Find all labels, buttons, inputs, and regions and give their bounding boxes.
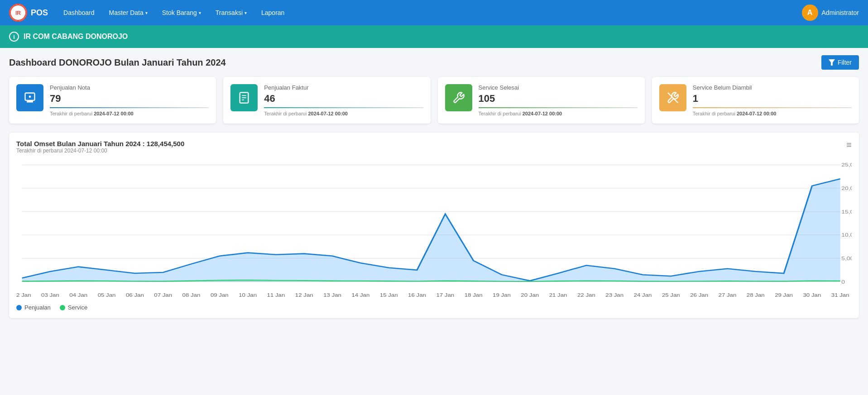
card-divider-penjualan-faktur [264, 107, 423, 108]
stat-card-penjualan-faktur: Penjualan Faktur 46 Terakhir di perbarui… [223, 77, 430, 124]
svg-text:18 Jan: 18 Jan [465, 292, 483, 298]
svg-text:31 Jan: 31 Jan [831, 292, 849, 298]
filter-icon [829, 59, 835, 66]
chart-updated: Terakhir di perbarui 2024-07-12 00:00 [16, 148, 184, 154]
svg-text:20 Jan: 20 Jan [521, 292, 539, 298]
stat-card-service-belum-diambil: Service Belum Diambil 1 Terakhir di perb… [652, 77, 859, 124]
svg-marker-2 [829, 59, 835, 66]
svg-rect-4 [27, 100, 33, 103]
chart-container: 05,000,00010,000,00015,000,00020,000,000… [16, 160, 852, 300]
svg-text:23 Jan: 23 Jan [605, 292, 623, 298]
svg-text:16 Jan: 16 Jan [408, 292, 426, 298]
card-icon-penjualan-faktur [230, 84, 258, 111]
svg-text:13 Jan: 13 Jan [323, 292, 341, 298]
card-value-penjualan-faktur: 46 [264, 93, 423, 105]
chart-svg: 05,000,00010,000,00015,000,00020,000,000… [16, 160, 852, 300]
svg-text:25 Jan: 25 Jan [662, 292, 680, 298]
svg-text:15,000,000: 15,000,000 [841, 209, 852, 215]
navbar-pos-label: POS [31, 8, 48, 18]
svg-text:10 Jan: 10 Jan [239, 292, 257, 298]
svg-text:02 Jan: 02 Jan [16, 292, 31, 298]
svg-text:07 Jan: 07 Jan [154, 292, 172, 298]
legend-dot-penjualan [16, 305, 22, 310]
cards-row: Penjualan Nota 79 Terakhir di perbarui 2… [9, 77, 859, 124]
chart-section: Total Omset Bulan Januari Tahun 2024 : 1… [9, 133, 859, 318]
svg-text:19 Jan: 19 Jan [493, 292, 511, 298]
svg-text:25,000,000: 25,000,000 [841, 162, 852, 168]
navbar-nav: Dashboard Master Data ▾ Stok Barang ▾ Tr… [57, 5, 793, 20]
card-icon-penjualan-nota [16, 84, 43, 111]
card-label-penjualan-faktur: Penjualan Faktur [264, 84, 423, 91]
card-label-service-belum-diambil: Service Belum Diambil [693, 84, 852, 91]
svg-text:11 Jan: 11 Jan [267, 292, 285, 298]
nav-transaksi[interactable]: Transaksi ▾ [209, 5, 253, 20]
chart-header: Total Omset Bulan Januari Tahun 2024 : 1… [16, 140, 852, 158]
svg-text:03 Jan: 03 Jan [41, 292, 59, 298]
chart-title: Total Omset Bulan Januari Tahun 2024 : 1… [16, 140, 184, 148]
legend-dot-service [60, 305, 65, 310]
chevron-down-icon: ▾ [245, 10, 247, 15]
nav-master-data[interactable]: Master Data ▾ [103, 5, 154, 20]
card-updated-service-belum-diambil: Terakhir di perbarui 2024-07-12 00:00 [693, 111, 852, 116]
card-value-service-selesai: 105 [479, 93, 638, 105]
card-body-penjualan-faktur: Penjualan Faktur 46 Terakhir di perbarui… [264, 84, 423, 116]
legend-item-penjualan: Penjualan [16, 304, 51, 311]
chart-title-block: Total Omset Bulan Januari Tahun 2024 : 1… [16, 140, 184, 158]
info-icon: i [9, 32, 19, 42]
card-icon-service-belum-diambil [659, 84, 686, 111]
nav-stok-barang[interactable]: Stok Barang ▾ [156, 5, 207, 20]
svg-text:22 Jan: 22 Jan [577, 292, 595, 298]
card-updated-penjualan-faktur: Terakhir di perbarui 2024-07-12 00:00 [264, 111, 423, 116]
svg-text:5,000,000: 5,000,000 [841, 256, 852, 262]
chart-menu-icon[interactable]: ≡ [846, 140, 852, 150]
user-avatar: A [802, 5, 818, 21]
chevron-down-icon: ▾ [145, 10, 148, 15]
card-label-service-selesai: Service Selesai [479, 84, 638, 91]
info-banner: i IR COM CABANG DONOROJO [0, 25, 868, 48]
chart-legend: PenjualanService [16, 304, 852, 311]
page-title: Dashboard DONOROJO Bulan Januari Tahun 2… [9, 57, 226, 68]
card-divider-service-belum-diambil [693, 107, 852, 108]
card-divider-penjualan-nota [50, 107, 209, 108]
card-divider-service-selesai [479, 107, 638, 108]
svg-text:06 Jan: 06 Jan [126, 292, 144, 298]
svg-text:05 Jan: 05 Jan [98, 292, 116, 298]
svg-text:27 Jan: 27 Jan [719, 292, 737, 298]
card-updated-penjualan-nota: Terakhir di perbarui 2024-07-12 00:00 [50, 111, 209, 116]
svg-text:04 Jan: 04 Jan [69, 292, 87, 298]
chevron-down-icon: ▾ [199, 10, 201, 15]
dashboard-header: Dashboard DONOROJO Bulan Januari Tahun 2… [9, 55, 859, 70]
svg-text:15 Jan: 15 Jan [380, 292, 398, 298]
svg-text:20,000,000: 20,000,000 [841, 186, 852, 191]
card-updated-service-selesai: Terakhir di perbarui 2024-07-12 00:00 [479, 111, 638, 116]
svg-text:08 Jan: 08 Jan [182, 292, 201, 298]
svg-text:26 Jan: 26 Jan [690, 292, 708, 298]
navbar: IR POS Dashboard Master Data ▾ Stok Bara… [0, 0, 868, 25]
svg-text:IR: IR [15, 10, 21, 16]
stat-card-service-selesai: Service Selesai 105 Terakhir di perbarui… [438, 77, 645, 124]
user-name: Administrator [822, 9, 859, 16]
filter-button[interactable]: Filter [821, 55, 859, 70]
svg-line-10 [668, 93, 677, 103]
card-body-service-selesai: Service Selesai 105 Terakhir di perbarui… [479, 84, 638, 116]
svg-text:28 Jan: 28 Jan [747, 292, 765, 298]
nav-laporan[interactable]: Laporan [255, 5, 291, 20]
svg-text:12 Jan: 12 Jan [295, 292, 313, 298]
svg-text:30 Jan: 30 Jan [803, 292, 821, 298]
svg-text:21 Jan: 21 Jan [549, 292, 567, 298]
svg-point-5 [29, 95, 31, 98]
navbar-user[interactable]: A Administrator [802, 5, 859, 21]
navbar-logo: IR [9, 4, 27, 22]
legend-item-service: Service [60, 304, 87, 311]
svg-text:29 Jan: 29 Jan [775, 292, 793, 298]
svg-text:14 Jan: 14 Jan [351, 292, 369, 298]
card-icon-service-selesai [445, 84, 472, 111]
svg-text:0: 0 [841, 279, 845, 285]
card-body-penjualan-nota: Penjualan Nota 79 Terakhir di perbarui 2… [50, 84, 209, 116]
svg-text:24 Jan: 24 Jan [634, 292, 652, 298]
navbar-brand[interactable]: IR POS [9, 4, 48, 22]
svg-text:10,000,000: 10,000,000 [841, 233, 852, 238]
nav-dashboard[interactable]: Dashboard [57, 5, 101, 20]
stat-card-penjualan-nota: Penjualan Nota 79 Terakhir di perbarui 2… [9, 77, 216, 124]
info-banner-text: IR COM CABANG DONOROJO [24, 33, 128, 41]
